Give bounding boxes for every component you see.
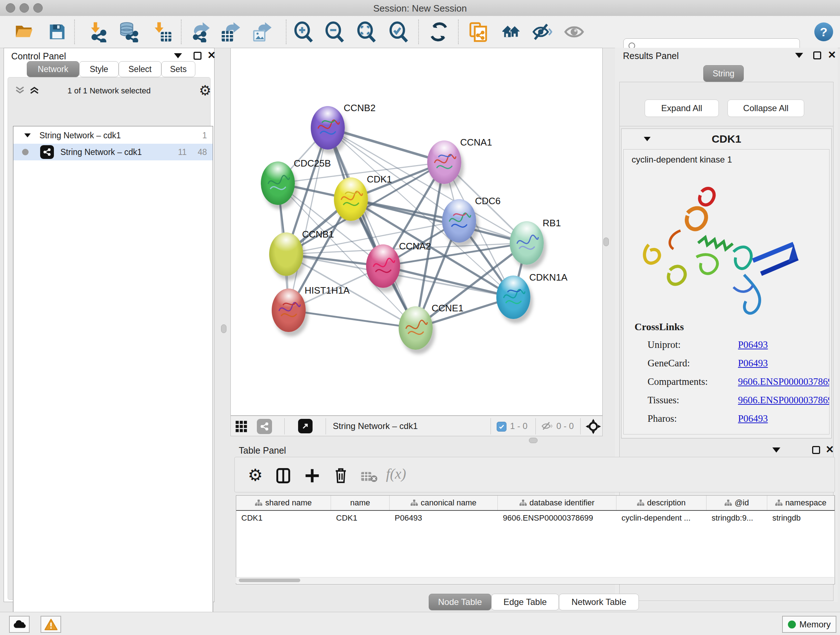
table-cell[interactable]: CDK1 — [331, 511, 390, 525]
zoom-selected-icon[interactable] — [387, 20, 411, 43]
network-collection-row[interactable]: String Network – cdk1 1 — [13, 127, 213, 144]
show-columns-icon[interactable] — [275, 467, 291, 486]
neighbors-icon[interactable] — [500, 20, 523, 43]
scrollbar-thumb[interactable] — [239, 578, 300, 582]
tab-network-table[interactable]: Network Table — [559, 594, 639, 610]
column-label: name — [350, 498, 370, 508]
node-label-HIST1H1A: HIST1H1A — [305, 285, 349, 296]
export-network-icon[interactable] — [188, 20, 212, 43]
memory-button[interactable]: Memory — [782, 616, 836, 633]
table-cell[interactable]: stringdb:9... — [706, 511, 767, 525]
column-header--id[interactable]: @id — [706, 496, 767, 510]
crosslink-link[interactable]: P06493 — [738, 358, 768, 369]
crosslink-link[interactable]: 9606.ENSP00000378699 — [738, 376, 829, 387]
table-row[interactable]: CDK1CDK1P064939606.ENSP00000378699cyclin… — [236, 511, 835, 525]
close-panel-icon[interactable]: ✕ — [207, 51, 216, 60]
tab-string[interactable]: String — [703, 65, 744, 82]
table-cell[interactable]: CDK1 — [236, 511, 331, 525]
network-node-CCNB1[interactable] — [269, 233, 303, 276]
duplicate-network-icon[interactable] — [467, 20, 490, 43]
help-icon[interactable]: ? — [812, 20, 835, 43]
crosslink-link[interactable]: P06493 — [738, 339, 768, 350]
tab-style[interactable]: Style — [79, 61, 118, 77]
column-header-canonical-name[interactable]: canonical name — [390, 496, 498, 510]
show-all-icon[interactable] — [562, 20, 586, 43]
expand-all-button[interactable]: Expand All — [645, 100, 719, 117]
delete-column-icon[interactable] — [333, 467, 348, 486]
network-node-CDK1[interactable] — [334, 177, 368, 221]
zoom-in-icon[interactable] — [292, 20, 316, 43]
network-node-CDC6[interactable] — [442, 199, 476, 242]
cloud-button[interactable] — [9, 616, 30, 633]
network-edge-CCNB2-HIST1H1A[interactable] — [289, 128, 328, 310]
warning-button[interactable] — [41, 616, 61, 633]
table-cell[interactable]: stringdb — [767, 511, 835, 525]
column-header-shared-name[interactable]: shared name — [236, 496, 331, 510]
network-node-CCNB2[interactable] — [311, 106, 345, 149]
close-panel-icon[interactable]: ✕ — [826, 445, 834, 454]
collection-count: 1 — [202, 131, 207, 141]
refresh-icon[interactable] — [427, 20, 450, 43]
save-icon[interactable] — [46, 20, 69, 43]
table-options-gear-icon[interactable]: ⚙ — [248, 465, 263, 485]
network-edge-CCNB2-CCNA1[interactable] — [328, 128, 444, 162]
float-panel-icon[interactable] — [813, 51, 821, 59]
open-in-browser-icon[interactable] — [298, 419, 313, 433]
network-row[interactable]: String Network – cdk1 11 48 — [13, 144, 213, 160]
network-options-gear-icon[interactable]: ⚙ — [199, 82, 211, 98]
export-table-icon[interactable] — [219, 20, 242, 43]
tab-select[interactable]: Select — [118, 61, 161, 77]
export-image-icon[interactable] — [250, 20, 273, 43]
column-header-namespace[interactable]: namespace — [767, 496, 835, 510]
column-header-description[interactable]: description — [616, 496, 706, 510]
tab-sets[interactable]: Sets — [161, 61, 195, 77]
crosslink-link[interactable]: 9606.ENSP00000378699 — [738, 394, 829, 405]
table-cell[interactable]: 9606.ENSP00000378699 — [498, 511, 616, 525]
collection-expander-icon[interactable] — [24, 133, 31, 137]
network-node-RB1[interactable] — [510, 221, 544, 264]
import-network-icon[interactable] — [87, 20, 110, 43]
add-column-icon[interactable] — [304, 467, 320, 486]
network-node-CDKN1A[interactable] — [496, 276, 531, 319]
table-cell[interactable]: cyclin-dependent ... — [616, 511, 706, 525]
network-node-CCNE1[interactable] — [399, 306, 433, 350]
network-edge-HIST1H1A-CCNE1[interactable] — [289, 310, 416, 328]
float-panel-icon[interactable] — [812, 446, 820, 454]
close-panel-icon[interactable]: ✕ — [828, 51, 836, 59]
left-splitter-handle[interactable] — [221, 325, 226, 333]
zoom-fit-icon[interactable] — [355, 20, 378, 43]
horizontal-scrollbar[interactable] — [236, 577, 834, 583]
node-label-CCNB1: CCNB1 — [302, 229, 334, 240]
tab-edge-table[interactable]: Edge Table — [491, 594, 559, 610]
gene-section-header[interactable]: CDK1 — [622, 129, 831, 149]
import-database-icon[interactable] — [117, 20, 140, 43]
network-edge-CCNB2-CCNE1[interactable] — [328, 128, 416, 328]
column-header-name[interactable]: name — [331, 496, 390, 510]
selected-nodes-checkbox[interactable] — [497, 422, 507, 432]
panel-menu-icon[interactable] — [772, 448, 780, 453]
fit-content-crosshair-icon[interactable] — [585, 418, 601, 436]
collapse-all-button[interactable]: Collapse All — [728, 100, 804, 117]
network-node-CDC25B[interactable] — [261, 162, 295, 205]
zoom-out-icon[interactable] — [324, 20, 347, 43]
network-node-CCNA1[interactable] — [427, 141, 461, 184]
float-panel-icon[interactable] — [194, 52, 202, 60]
network-node-CCNA2[interactable] — [366, 244, 400, 288]
share-network-icon[interactable] — [257, 419, 272, 434]
network-view[interactable]: CCNB2CCNA1CDC25BCDK1CDC6RB1CCNB1CCNA2CDK… — [231, 48, 603, 416]
right-splitter-handle[interactable] — [603, 238, 609, 246]
network-node-HIST1H1A[interactable] — [272, 288, 306, 332]
hidden-eye-icon[interactable] — [540, 420, 554, 433]
birdseye-view-icon[interactable] — [235, 420, 248, 434]
panel-menu-icon[interactable] — [795, 53, 803, 58]
import-table-icon[interactable] — [150, 20, 173, 43]
table-cell[interactable]: P06493 — [390, 511, 498, 525]
collapse-section-icon[interactable] — [644, 137, 651, 141]
tab-network[interactable]: Network — [27, 61, 79, 77]
tab-node-table[interactable]: Node Table — [429, 594, 491, 610]
open-icon[interactable] — [13, 20, 36, 43]
column-header-database-identifier[interactable]: database identifier — [498, 496, 616, 510]
crosslink-link[interactable]: P06493 — [738, 413, 768, 424]
panel-menu-icon[interactable] — [174, 53, 182, 58]
hide-selected-icon[interactable] — [531, 20, 554, 43]
